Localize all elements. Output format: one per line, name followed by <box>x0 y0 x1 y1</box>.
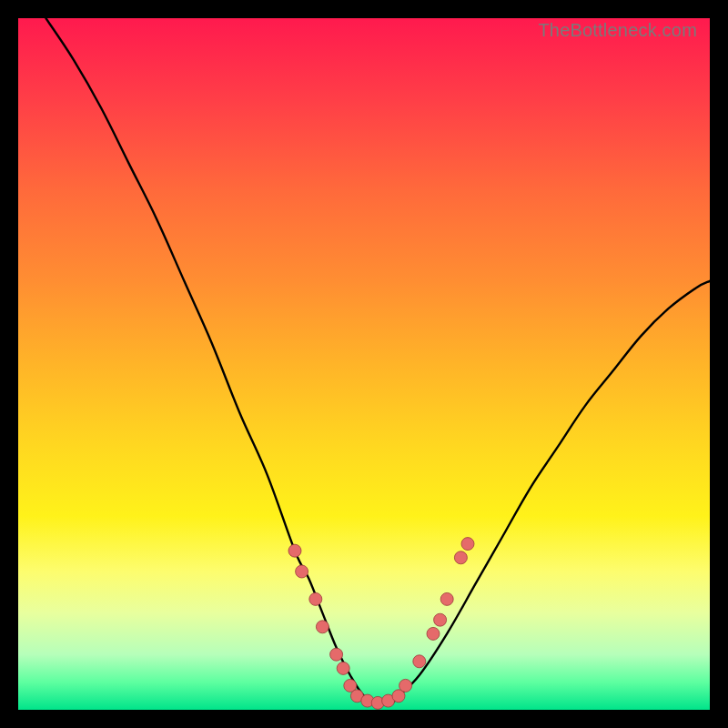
curve-dot <box>454 551 467 564</box>
curve-dot <box>434 613 447 626</box>
curve-dot <box>309 592 322 605</box>
curve-dot <box>461 538 474 551</box>
curve-dot <box>330 648 343 661</box>
curve-markers <box>288 538 474 710</box>
curve-dot <box>296 565 308 578</box>
bottleneck-curve <box>46 18 710 703</box>
curve-dot <box>440 592 453 605</box>
chart-frame: TheBottleneck.com <box>0 0 728 728</box>
plot-area: TheBottleneck.com <box>18 18 710 710</box>
curve-dot <box>413 655 426 668</box>
chart-svg <box>18 18 710 710</box>
curve-dot <box>337 662 349 674</box>
curve-dot <box>399 679 412 692</box>
curve-dot <box>288 544 301 557</box>
curve-dot <box>316 621 329 633</box>
curve-dot <box>427 627 440 640</box>
